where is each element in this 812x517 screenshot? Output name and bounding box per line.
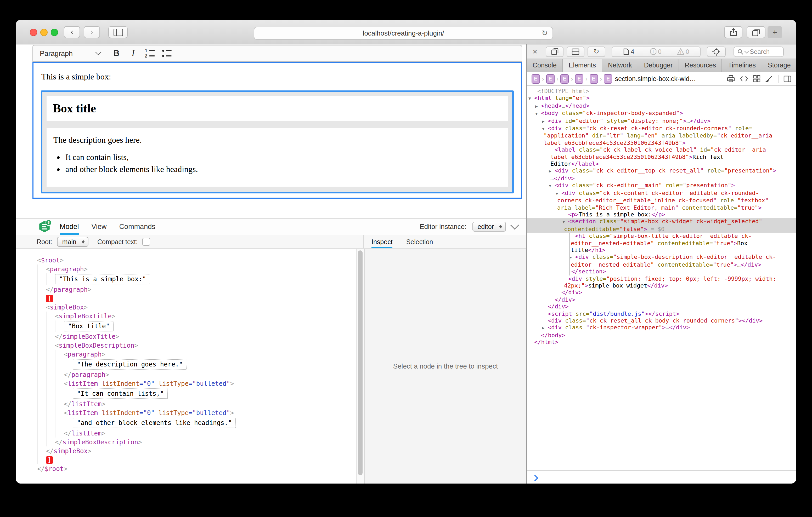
tab-commands[interactable]: Commands — [119, 218, 155, 235]
dom-tree-line[interactable]: </section> — [527, 268, 796, 275]
heading-dropdown[interactable]: Paragraph — [40, 50, 100, 57]
details-sidebar-icon[interactable] — [783, 75, 791, 82]
search-field[interactable]: Search — [733, 46, 784, 57]
dom-tree-line[interactable]: </div> — [527, 296, 796, 303]
dom-tree-line[interactable]: ▼<section class="simple-box ck-widget ck… — [527, 218, 796, 226]
model-tree-line[interactable]: <simpleBox> — [37, 303, 356, 311]
dom-tree-line[interactable]: contenteditable="false"> = $0 — [527, 225, 796, 233]
disclosure-open-icon[interactable]: ▼ — [549, 183, 555, 190]
close-window-button[interactable] — [30, 29, 37, 36]
dom-tree-line[interactable]: editor__nested-editable" contenteditable… — [527, 262, 796, 268]
dom-tree-line[interactable]: label_e63cbbfece34c53ce23501062343f49b8"… — [527, 140, 796, 147]
tab-resources[interactable]: Resources — [679, 59, 722, 71]
tab-model[interactable]: Model — [60, 218, 79, 235]
numbered-list-button[interactable]: 1 2 — [142, 47, 157, 60]
model-tree-line[interactable]: </paragraph> — [37, 370, 356, 379]
console-prompt[interactable] — [527, 470, 796, 484]
dock-bottom-button[interactable] — [567, 46, 584, 57]
sidebar-button[interactable] — [108, 26, 128, 38]
editor-instance-select[interactable]: editor — [472, 222, 506, 232]
tab-debugger[interactable]: Debugger — [638, 59, 679, 71]
dom-tree-line[interactable]: editor__nested-editable" contenteditable… — [527, 240, 796, 247]
list-item[interactable]: It can contain lists, — [65, 153, 502, 162]
disclosure-open-icon[interactable]: ▼ — [528, 95, 534, 102]
tab-selection[interactable]: Selection — [406, 235, 433, 248]
back-button[interactable]: ‹ — [64, 26, 80, 38]
element-badge[interactable]: E — [546, 74, 554, 83]
compact-text-checkbox[interactable] — [142, 238, 150, 246]
model-tree-line[interactable]: <simpleBoxTitle> — [37, 311, 356, 321]
model-tree-line[interactable]: "The description goes here." — [37, 359, 356, 370]
model-tree-line[interactable]: [ — [37, 294, 356, 303]
dom-tree-line[interactable]: …</div> — [527, 175, 796, 182]
bold-button[interactable]: B — [109, 47, 124, 60]
tab-view[interactable]: View — [92, 218, 107, 235]
dock-side-button[interactable] — [546, 46, 563, 57]
disclosure-closed-icon[interactable]: ▶ — [535, 103, 541, 110]
italic-button[interactable]: I — [125, 47, 141, 60]
dom-tree-line[interactable]: ▼<body class="ck-inspector-body-expanded… — [527, 110, 796, 117]
disclosure-open-icon[interactable]: ▼ — [562, 219, 568, 226]
dom-tree-line[interactable]: <script src="dist/bundle.js"></script> — [527, 310, 796, 317]
editor-paragraph[interactable]: This is a simple box: — [41, 72, 514, 82]
tab-inspect[interactable]: Inspect — [372, 235, 393, 248]
simple-box-description[interactable]: The description goes here. It can contai… — [47, 128, 508, 187]
tab-timelines[interactable]: Timelines — [722, 59, 762, 71]
dom-tree-line[interactable]: ▼<html lang="en"> — [527, 95, 796, 102]
dom-tree-line[interactable]: <!DOCTYPE html> — [527, 88, 796, 95]
tab-network[interactable]: Network — [602, 59, 638, 71]
dom-tree-line[interactable]: </div> — [527, 303, 796, 310]
issues-summary[interactable]: 4 ! 0 ! 0 — [612, 46, 701, 57]
reload-icon[interactable]: ↻ — [542, 29, 548, 37]
scrollbar-thumb[interactable] — [358, 250, 362, 475]
model-tree-line[interactable]: </simpleBoxTitle> — [37, 332, 356, 341]
dom-tree-line[interactable]: ▶<head>…</head> — [527, 102, 796, 110]
new-tab-button[interactable]: + — [767, 26, 782, 38]
disclosure-open-icon[interactable]: ▼ — [556, 190, 561, 197]
list-item[interactable]: and other block elements like headings. — [65, 165, 502, 174]
disclosure-closed-icon[interactable]: ▶ — [542, 325, 548, 332]
model-tree-line[interactable]: "Box title" — [37, 321, 356, 332]
element-badge[interactable]: E — [589, 74, 598, 83]
disclosure-open-icon[interactable]: ▼ — [535, 110, 541, 117]
brush-icon[interactable] — [765, 75, 773, 83]
model-tree-line[interactable]: </paragraph> — [37, 285, 356, 294]
disclosure-closed-icon[interactable]: ▶ — [569, 254, 575, 262]
dom-tree-line[interactable]: ▼<div class="ck ck-editor__main" role="p… — [527, 182, 796, 190]
dom-tree-line[interactable]: </div> — [527, 290, 796, 296]
dom-tree-line[interactable]: <div style="position: fixed; top: 0px; l… — [527, 275, 796, 282]
dom-tree-line[interactable]: aria-label="Rich Text Editor, main" cont… — [527, 204, 796, 211]
tab-storage[interactable]: Storage — [762, 59, 796, 71]
model-tree-line[interactable]: </listItem> — [37, 429, 356, 437]
code-brackets-icon[interactable] — [740, 75, 748, 82]
tab-overview-button[interactable] — [747, 26, 765, 38]
dom-tree-line[interactable]: <p>This is a simple box:</p> — [527, 211, 796, 218]
simple-box-widget[interactable]: Box title The description goes here. It … — [41, 90, 514, 193]
model-tree-line[interactable]: <$root> — [37, 255, 356, 265]
dom-tree-line[interactable]: corners ck-editor__editable_inline ck-fo… — [527, 197, 796, 204]
dom-tree-line[interactable]: <label class="ck ck-label ck-voice-label… — [527, 147, 796, 154]
print-icon[interactable] — [727, 75, 735, 83]
model-tree-line[interactable]: </listItem> — [37, 399, 356, 408]
dom-tree-line[interactable]: title</h1> — [527, 247, 796, 254]
model-tree-line[interactable]: "and other block elements like headings.… — [37, 417, 356, 429]
close-devtools-button[interactable]: × — [531, 47, 539, 56]
dom-tree-line[interactable]: ▶<div class="simple-box-description ck-e… — [527, 254, 796, 262]
model-tree-line[interactable]: <paragraph> — [37, 350, 356, 359]
address-bar[interactable]: localhost/creating-a-plugin/ ↻ — [254, 27, 553, 40]
model-tree-line[interactable]: </simpleBox> — [37, 447, 356, 455]
dom-tree-line[interactable]: ▶<div class="ck ck-editor__top ck-reset_… — [527, 168, 796, 175]
model-tree-line[interactable]: </$root> — [37, 464, 356, 473]
dom-tree-line[interactable]: label_e63cbbfece34c53ce23501062343f49b8"… — [527, 153, 796, 160]
model-tree-line[interactable]: <listItem listIndent="0" listType="bulle… — [37, 408, 356, 417]
root-select[interactable]: main — [57, 237, 88, 247]
model-tree-line[interactable]: <paragraph> — [37, 265, 356, 273]
dom-tree-line[interactable]: </html> — [527, 339, 796, 346]
dom-tree-line[interactable]: </body> — [527, 332, 796, 339]
grid-icon[interactable] — [753, 75, 761, 83]
reload-page-button[interactable]: ↻ — [587, 46, 605, 57]
share-button[interactable] — [724, 26, 743, 38]
model-tree-line[interactable]: </simpleBoxDescription> — [37, 437, 356, 447]
dom-tree-line[interactable]: ▼<div class="ck ck-content ck-editor__ed… — [527, 189, 796, 197]
bulleted-list-button[interactable] — [159, 47, 174, 60]
